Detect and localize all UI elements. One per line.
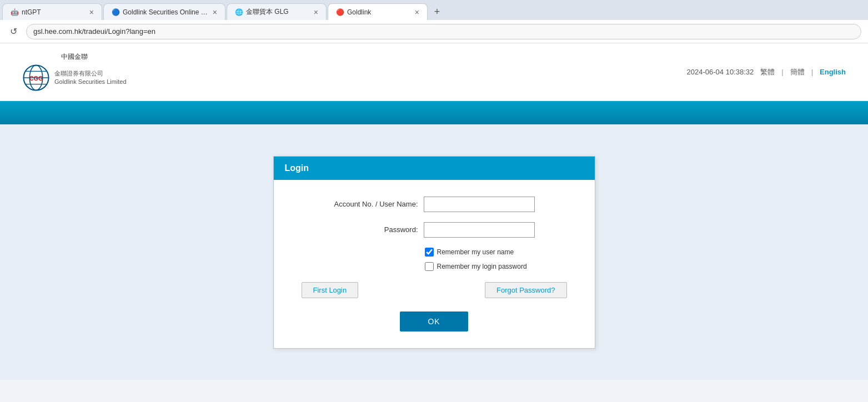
header-right: 2024-06-04 10:38:32 繁體 | 簡體 | English xyxy=(687,67,846,77)
remember-password-checkbox[interactable] xyxy=(425,262,434,271)
page-header: 中國金聯 CGG 金聯證券有限公司 Goldlink Securities Li… xyxy=(0,43,868,101)
tab-label-4: Goldlink xyxy=(347,8,412,16)
datetime-display: 2024-06-04 10:38:32 xyxy=(687,68,754,76)
remember-username-label: Remember my user name xyxy=(437,248,514,256)
lang-traditional[interactable]: 繁體 xyxy=(760,67,775,77)
password-label: Password: xyxy=(296,225,418,234)
tab-ntgpt[interactable]: 🤖 ntGPT × xyxy=(2,3,102,20)
login-body: Account No. / User Name: Password: Remem… xyxy=(274,180,595,348)
tab-glg[interactable]: 🌐 金聯貨本 GLG × xyxy=(227,3,327,20)
account-row: Account No. / User Name: xyxy=(296,197,573,212)
tab-favicon-1: 🤖 xyxy=(11,8,18,16)
tab-label-1: ntGPT xyxy=(22,8,86,16)
account-label: Account No. / User Name: xyxy=(296,200,418,208)
ok-button[interactable]: OK xyxy=(400,311,468,331)
tab-close-4[interactable]: × xyxy=(415,8,419,16)
tab-close-1[interactable]: × xyxy=(89,8,94,16)
svg-text:CGG: CGG xyxy=(29,75,43,82)
lang-english[interactable]: English xyxy=(820,68,846,76)
tab-label-3: 金聯貨本 GLG xyxy=(246,7,310,17)
tab-label-2: Goldlink Securities Online U... xyxy=(123,8,209,16)
login-title: Login xyxy=(285,163,309,173)
new-tab-button[interactable]: + xyxy=(429,3,445,20)
account-input[interactable] xyxy=(424,197,535,212)
tab-favicon-4: 🔴 xyxy=(336,8,344,16)
first-login-button[interactable]: First Login xyxy=(302,282,359,298)
tab-close-3[interactable]: × xyxy=(314,8,318,16)
tab-close-2[interactable]: × xyxy=(213,8,217,16)
tab-goldlink-securities[interactable]: 🔵 Goldlink Securities Online U... × xyxy=(103,3,225,20)
secondary-buttons-row: First Login Forgot Password? xyxy=(296,282,573,298)
lang-simplified[interactable]: 簡體 xyxy=(790,67,805,77)
page-body: Login Account No. / User Name: Password:… xyxy=(0,124,868,380)
logo-area: 中國金聯 CGG 金聯證券有限公司 Goldlink Securities Li… xyxy=(22,52,127,92)
tab-favicon-3: 🌐 xyxy=(235,8,243,16)
remember-password-label: Remember my login password xyxy=(437,263,527,270)
browser-tabs: 🤖 ntGPT × 🔵 Goldlink Securities Online U… xyxy=(0,0,868,20)
tab-goldlink-active[interactable]: 🔴 Goldlink × xyxy=(328,3,428,20)
remember-username-row: Remember my user name xyxy=(425,248,573,257)
url-input[interactable] xyxy=(26,24,861,39)
lang-sep-2: | xyxy=(811,68,813,76)
company-name-cn: 金聯證券有限公司 xyxy=(54,69,127,78)
remember-password-row: Remember my login password xyxy=(425,262,573,271)
company-name-en: Goldlink Securities Limited xyxy=(54,78,127,86)
logo-title: 中國金聯 xyxy=(61,52,88,62)
remember-username-checkbox[interactable] xyxy=(425,248,434,257)
login-header: Login xyxy=(274,157,595,180)
login-box: Login Account No. / User Name: Password:… xyxy=(273,156,595,349)
password-input[interactable] xyxy=(424,222,535,238)
tab-favicon-2: 🔵 xyxy=(112,8,119,16)
address-bar: ↺ xyxy=(0,20,868,43)
lang-sep-1: | xyxy=(781,68,783,76)
globe-icon: CGG xyxy=(22,64,50,92)
forgot-password-button[interactable]: Forgot Password? xyxy=(485,282,567,298)
ok-row: OK xyxy=(296,311,573,331)
logo-globe: CGG 金聯證券有限公司 Goldlink Securities Limited xyxy=(22,64,127,92)
password-row: Password: xyxy=(296,222,573,238)
blue-banner xyxy=(0,101,868,124)
back-button[interactable]: ↺ xyxy=(7,24,21,39)
company-name: 金聯證券有限公司 Goldlink Securities Limited xyxy=(54,69,127,87)
